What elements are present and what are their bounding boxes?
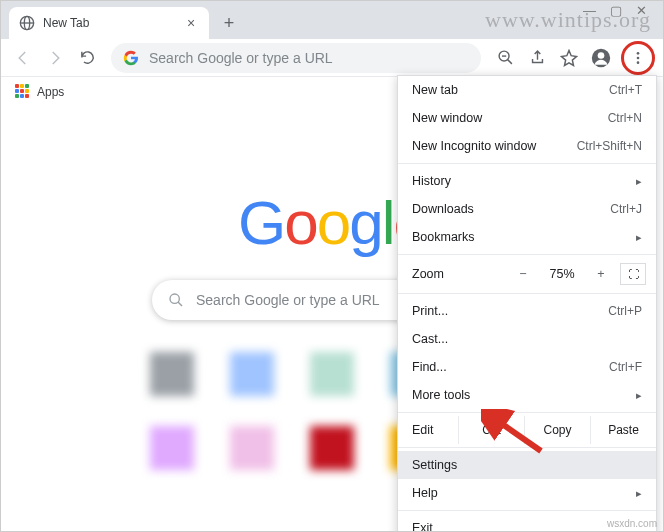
minimize-icon[interactable]: — — [583, 3, 596, 18]
search-icon — [168, 292, 184, 308]
menu-shortcut: Ctrl+N — [608, 111, 642, 125]
tab-strip: New Tab × + — [1, 1, 663, 39]
menu-item-new-incognito[interactable]: New Incognito window Ctrl+Shift+N — [398, 132, 656, 160]
omnibox[interactable]: Search Google or type a URL — [111, 43, 481, 73]
menu-label: Downloads — [412, 202, 474, 216]
zoom-value: 75% — [542, 267, 582, 281]
shortcut-tile[interactable] — [304, 420, 360, 476]
shortcut-tile[interactable] — [224, 420, 280, 476]
shortcut-tile[interactable] — [144, 420, 200, 476]
menu-label: New window — [412, 111, 482, 125]
globe-icon — [19, 15, 35, 31]
menu-button[interactable] — [624, 44, 652, 72]
menu-shortcut: Ctrl+P — [608, 304, 642, 318]
menu-shortcut: Ctrl+Shift+N — [577, 139, 642, 153]
menu-label: Print... — [412, 304, 448, 318]
menu-item-more-tools[interactable]: More tools ▸ — [398, 381, 656, 409]
menu-button-highlight — [621, 41, 655, 75]
back-button[interactable] — [9, 44, 37, 72]
menu-separator — [398, 412, 656, 413]
cut-button[interactable]: Cut — [458, 416, 524, 444]
menu-label: Zoom — [412, 267, 504, 281]
menu-item-zoom: Zoom − 75% + ⛶ — [398, 258, 656, 290]
menu-item-cast[interactable]: Cast... — [398, 325, 656, 353]
menu-separator — [398, 293, 656, 294]
share-icon[interactable] — [523, 44, 551, 72]
svg-point-7 — [598, 52, 605, 59]
menu-separator — [398, 254, 656, 255]
maximize-icon[interactable]: ▢ — [610, 3, 622, 18]
browser-tab[interactable]: New Tab × — [9, 7, 209, 39]
menu-label: More tools — [412, 388, 470, 402]
menu-separator — [398, 447, 656, 448]
menu-shortcut: Ctrl+F — [609, 360, 642, 374]
menu-item-history[interactable]: History ▸ — [398, 167, 656, 195]
menu-item-find[interactable]: Find... Ctrl+F — [398, 353, 656, 381]
new-tab-button[interactable]: + — [215, 9, 243, 37]
menu-label: Edit — [398, 416, 458, 444]
menu-item-bookmarks[interactable]: Bookmarks ▸ — [398, 223, 656, 251]
menu-item-print[interactable]: Print... Ctrl+P — [398, 297, 656, 325]
svg-point-10 — [637, 61, 640, 64]
menu-item-new-window[interactable]: New window Ctrl+N — [398, 104, 656, 132]
menu-item-exit[interactable]: Exit — [398, 514, 656, 532]
apps-label[interactable]: Apps — [37, 85, 64, 99]
menu-item-help[interactable]: Help ▸ — [398, 479, 656, 507]
toolbar: Search Google or type a URL — [1, 39, 663, 77]
svg-line-12 — [178, 302, 182, 306]
shortcut-tile[interactable] — [304, 346, 360, 402]
menu-shortcut: Ctrl+J — [610, 202, 642, 216]
omnibox-placeholder: Search Google or type a URL — [149, 50, 333, 66]
menu-label: Settings — [412, 458, 457, 472]
paste-button[interactable]: Paste — [590, 416, 656, 444]
menu-separator — [398, 510, 656, 511]
chevron-right-icon: ▸ — [636, 231, 642, 244]
apps-icon[interactable] — [15, 84, 31, 100]
menu-label: New Incognito window — [412, 139, 536, 153]
zoom-out-button[interactable]: − — [512, 267, 534, 281]
menu-item-new-tab[interactable]: New tab Ctrl+T — [398, 76, 656, 104]
menu-label: Find... — [412, 360, 447, 374]
menu-label: History — [412, 174, 451, 188]
reload-button[interactable] — [73, 44, 101, 72]
profile-icon[interactable] — [587, 44, 615, 72]
svg-point-8 — [637, 52, 640, 55]
shortcut-tile[interactable] — [144, 346, 200, 402]
window-controls: — ▢ ✕ — [583, 3, 647, 18]
fullscreen-button[interactable]: ⛶ — [620, 263, 646, 285]
tab-title: New Tab — [43, 16, 175, 30]
menu-item-settings[interactable]: Settings — [398, 451, 656, 479]
menu-shortcut: Ctrl+T — [609, 83, 642, 97]
menu-label: Bookmarks — [412, 230, 475, 244]
shortcut-tile[interactable] — [224, 346, 280, 402]
chrome-menu: New tab Ctrl+T New window Ctrl+N New Inc… — [397, 75, 657, 532]
menu-label: Cast... — [412, 332, 448, 346]
ntp-search-placeholder: Search Google or type a URL — [196, 292, 380, 308]
svg-point-11 — [170, 294, 179, 303]
menu-label: Exit — [412, 521, 433, 532]
menu-separator — [398, 163, 656, 164]
chevron-right-icon: ▸ — [636, 175, 642, 188]
svg-point-9 — [637, 56, 640, 59]
menu-item-edit: Edit Cut Copy Paste — [398, 416, 656, 444]
menu-label: Help — [412, 486, 438, 500]
chevron-right-icon: ▸ — [636, 487, 642, 500]
menu-label: New tab — [412, 83, 458, 97]
copy-button[interactable]: Copy — [524, 416, 590, 444]
star-icon[interactable] — [555, 44, 583, 72]
chevron-right-icon: ▸ — [636, 389, 642, 402]
forward-button[interactable] — [41, 44, 69, 72]
zoom-indicator-icon[interactable] — [491, 44, 519, 72]
google-icon — [123, 50, 139, 66]
menu-item-downloads[interactable]: Downloads Ctrl+J — [398, 195, 656, 223]
svg-line-4 — [507, 60, 511, 64]
zoom-in-button[interactable]: + — [590, 267, 612, 281]
close-icon[interactable]: × — [183, 15, 199, 31]
window-close-icon[interactable]: ✕ — [636, 3, 647, 18]
